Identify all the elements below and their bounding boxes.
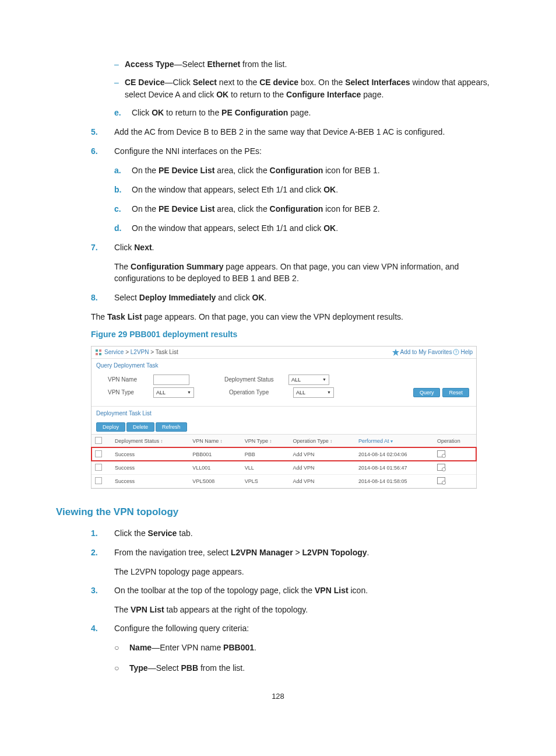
crumb-link-l2vpn[interactable]: L2VPN xyxy=(131,349,149,355)
crumb-separator: > xyxy=(124,349,130,355)
circle-bullet: ○ xyxy=(114,642,129,654)
step-text: On the window that appears, select Eth 1… xyxy=(132,184,500,196)
breadcrumb: Service > L2VPN > Task List Add to My Fa… xyxy=(92,346,476,359)
numbered-step: 7. Click Next. xyxy=(91,242,500,254)
cell-op: Add VPN xyxy=(289,474,355,488)
letter-marker: b. xyxy=(114,184,132,196)
circle-bullet: ○ xyxy=(114,662,129,674)
cell-name: VLL001 xyxy=(189,461,241,474)
number-marker: 5. xyxy=(91,126,114,138)
chevron-down-icon: ▼ xyxy=(187,390,191,394)
cell-status: Success xyxy=(111,447,189,461)
col-deployment-status[interactable]: Deployment Status xyxy=(111,434,189,447)
paragraph: The L2VPN topology page appears. xyxy=(114,566,500,578)
svg-rect-2 xyxy=(96,353,98,355)
number-marker: 1. xyxy=(91,527,114,540)
detail-icon[interactable] xyxy=(437,477,445,484)
cell-op: Add VPN xyxy=(289,461,355,474)
cell-at: 2014-08-14 01:58:05 xyxy=(355,474,434,488)
detail-icon[interactable] xyxy=(437,464,445,471)
favorites-link[interactable]: Add to My Favorites xyxy=(400,349,452,355)
numbered-step: 1. Click the Service tab. xyxy=(91,527,500,540)
query-button[interactable]: Query xyxy=(413,388,441,397)
col-performed-at[interactable]: Performed At xyxy=(355,434,434,447)
cell-type: VLL xyxy=(241,461,290,474)
chevron-down-icon: ▼ xyxy=(322,377,326,382)
numbered-step: 2. From the navigation tree, select L2VP… xyxy=(91,547,500,559)
lettered-step-e: e. Click OK to return to the PE Configur… xyxy=(114,107,500,119)
paragraph: The Configuration Summary page appears. … xyxy=(114,261,500,285)
step-text: From the navigation tree, select L2VPN M… xyxy=(114,547,500,559)
dash-icon: – xyxy=(114,76,125,101)
page-number: 128 xyxy=(56,692,500,701)
svg-rect-0 xyxy=(96,349,98,352)
step-text: On the PE Device List area, click the Co… xyxy=(132,203,500,215)
checkbox-row[interactable] xyxy=(95,477,102,484)
col-vpntype[interactable]: VPN Type xyxy=(241,434,290,447)
checkbox-row[interactable] xyxy=(95,464,102,471)
dash-list: – Access Type—Select Ethernet from the l… xyxy=(114,58,500,101)
help-link[interactable]: Help xyxy=(460,349,473,355)
task-table: Deployment Status VPN Name VPN Type Oper… xyxy=(92,434,476,488)
letter-marker: d. xyxy=(114,222,132,235)
paragraph: The VPN List tab appears at the right of… xyxy=(114,604,500,615)
cell-type: VPLS xyxy=(241,474,290,488)
cell-op: Add VPN xyxy=(289,447,355,461)
cell-type: PBB xyxy=(241,447,290,461)
letter-marker: a. xyxy=(114,164,132,177)
cell-name: PBB001 xyxy=(189,447,241,461)
select-optype[interactable]: ALL▼ xyxy=(293,387,334,398)
step-text: Click the Service tab. xyxy=(114,527,500,540)
number-marker: 7. xyxy=(91,242,114,254)
help-icon[interactable]: ? xyxy=(453,349,459,355)
number-marker: 3. xyxy=(91,584,114,597)
select-depstatus[interactable]: ALL▼ xyxy=(288,374,329,385)
number-marker: 2. xyxy=(91,547,114,559)
table-row: Success VPLS008 VPLS Add VPN 2014-08-14 … xyxy=(92,474,476,488)
dash-item-text: CE Device—Click Select next to the CE de… xyxy=(125,76,500,101)
input-vpnname[interactable] xyxy=(153,374,189,385)
cell-at: 2014-08-14 01:56:47 xyxy=(355,461,434,474)
deploy-button[interactable]: Deploy xyxy=(96,422,125,432)
reset-button[interactable]: Reset xyxy=(442,388,469,397)
label-optype: Operation Type xyxy=(229,389,293,396)
number-marker: 8. xyxy=(91,292,114,304)
table-row: Success VLL001 VLL Add VPN 2014-08-14 01… xyxy=(92,461,476,474)
step-text: Click OK to return to the PE Configurati… xyxy=(132,107,500,119)
crumb-link-service[interactable]: Service xyxy=(104,349,124,355)
letter-marker: c. xyxy=(114,203,132,215)
cell-at: 2014-08-14 02:04:06 xyxy=(355,447,434,461)
numbered-step: 4. Configure the following query criteri… xyxy=(91,622,500,635)
number-marker: 6. xyxy=(91,145,114,158)
crumb-separator: > xyxy=(149,349,155,355)
step-text: On the toolbar at the top of the topolog… xyxy=(114,584,500,597)
screenshot-panel: Service > L2VPN > Task List Add to My Fa… xyxy=(91,346,477,489)
refresh-button[interactable]: Refresh xyxy=(156,422,187,432)
delete-button[interactable]: Delete xyxy=(126,422,154,432)
cell-status: Success xyxy=(111,474,189,488)
col-optype[interactable]: Operation Type xyxy=(289,434,355,447)
svg-rect-1 xyxy=(99,349,101,352)
label-vpntype: VPN Type xyxy=(108,389,153,396)
checkbox-row[interactable] xyxy=(95,450,102,457)
checkbox-all[interactable] xyxy=(95,437,102,444)
cell-status: Success xyxy=(111,461,189,474)
svg-rect-3 xyxy=(99,353,101,355)
label-depstatus: Deployment Status xyxy=(224,376,288,383)
numbered-step: 6. Configure the NNI interfaces on the P… xyxy=(91,145,500,158)
svg-marker-4 xyxy=(392,349,399,356)
lettered-list: a. On the PE Device List area, click the… xyxy=(114,164,500,235)
detail-icon[interactable] xyxy=(437,450,445,457)
numbered-step: 8. Select Deploy Immediately and click O… xyxy=(91,292,500,304)
select-vpntype[interactable]: ALL▼ xyxy=(153,387,194,398)
star-icon[interactable] xyxy=(392,349,399,356)
numbered-step: 3. On the toolbar at the top of the topo… xyxy=(91,584,500,597)
dash-item-text: Access Type—Select Ethernet from the lis… xyxy=(125,58,500,71)
app-icon xyxy=(95,349,102,356)
step-text: Click Next. xyxy=(114,242,500,254)
step-text: Configure the NNI interfaces on the PEs: xyxy=(114,145,500,158)
col-vpnname[interactable]: VPN Name xyxy=(189,434,241,447)
number-marker: 4. xyxy=(91,622,114,635)
label-vpnname: VPN Name xyxy=(108,376,153,383)
step-text: On the window that appears, select Eth 1… xyxy=(132,222,500,235)
